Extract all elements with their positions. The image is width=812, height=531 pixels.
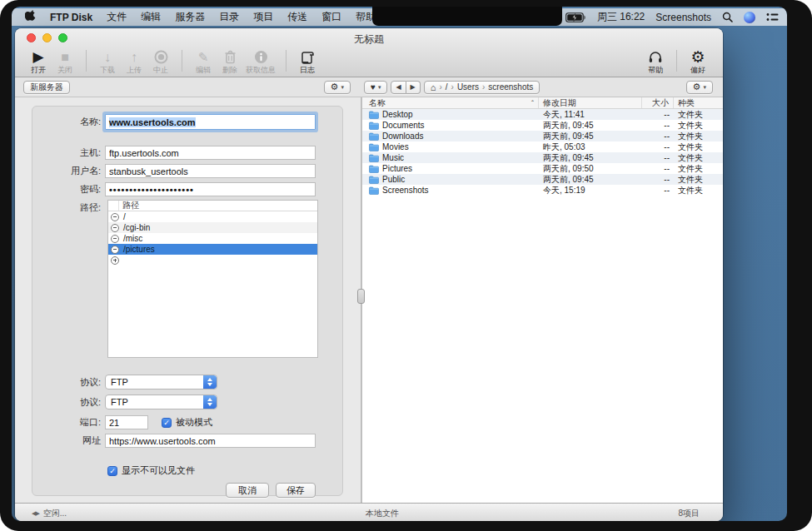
info-icon bbox=[254, 48, 268, 66]
delete-button[interactable]: 删除 bbox=[217, 47, 243, 75]
username-input[interactable] bbox=[105, 164, 316, 178]
menu-item[interactable]: 窗口 bbox=[321, 10, 341, 24]
file-row[interactable]: Screenshots今天, 15:19--文件夹 bbox=[362, 185, 723, 196]
spotlight-search-icon[interactable] bbox=[722, 12, 733, 22]
path-list-rows: //cgi-bin/misc/pictures bbox=[108, 211, 317, 266]
show-invisible-checkbox[interactable]: ✓ bbox=[107, 466, 117, 476]
help-button[interactable]: 帮助 bbox=[642, 47, 669, 75]
name-input[interactable]: www.usertools.com bbox=[105, 114, 316, 130]
column-header-date[interactable]: 修改日期 bbox=[539, 97, 642, 108]
folder-icon bbox=[369, 132, 379, 141]
breadcrumb-users[interactable]: Users bbox=[457, 82, 479, 92]
title-bar[interactable]: 无标题 bbox=[15, 28, 723, 47]
camera-notch bbox=[372, 7, 562, 26]
history-nav-group: ◀ ▶ bbox=[391, 81, 420, 94]
siri-icon[interactable] bbox=[744, 12, 755, 23]
apple-icon bbox=[25, 10, 36, 22]
menubar-app-name[interactable]: FTP Disk bbox=[50, 12, 92, 23]
path-list-header[interactable]: 路径 bbox=[108, 201, 317, 211]
file-date: 两天前, 09:45 bbox=[539, 131, 642, 142]
folder-icon bbox=[369, 111, 379, 119]
close-button[interactable]: ■ 关闭 bbox=[52, 47, 78, 75]
window-title: 无标题 bbox=[15, 32, 723, 47]
file-rows: Desktop今天, 11:41--文件夹Documents两天前, 09:45… bbox=[362, 109, 723, 503]
file-row[interactable]: Desktop今天, 11:41--文件夹 bbox=[362, 109, 723, 120]
protocol-dropdown[interactable]: FTP bbox=[105, 375, 217, 390]
file-row[interactable]: Documents两天前, 09:45--文件夹 bbox=[362, 120, 723, 131]
breadcrumb-root[interactable]: / bbox=[446, 82, 448, 92]
battery-icon[interactable] bbox=[565, 12, 586, 22]
column-header-name[interactable]: 名称 ˆ bbox=[362, 97, 539, 108]
remove-path-icon[interactable] bbox=[111, 235, 119, 243]
protocol2-dropdown[interactable]: FTP bbox=[105, 395, 217, 409]
stepper-arrows-icon bbox=[203, 395, 217, 409]
save-button[interactable]: 保存 bbox=[276, 483, 316, 498]
breadcrumb[interactable]: ⌂ › / › Users › screenshots bbox=[424, 81, 541, 94]
server-action-menu-button[interactable]: ⚙ ▾ bbox=[324, 81, 351, 94]
file-row[interactable]: Downloads两天前, 09:45--文件夹 bbox=[362, 131, 723, 141]
log-button[interactable]: 日志 bbox=[294, 47, 321, 75]
path-list: 路径 //cgi-bin/misc/pictures bbox=[107, 200, 318, 358]
remove-path-icon[interactable] bbox=[111, 213, 119, 221]
column-header-size[interactable]: 大小 bbox=[642, 97, 674, 108]
name-value: www.usertools.com bbox=[109, 117, 196, 127]
file-date: 今天, 15:19 bbox=[539, 185, 642, 196]
favorites-menu-button[interactable]: ♥ ▾ bbox=[364, 81, 387, 94]
add-path-icon[interactable] bbox=[111, 256, 119, 265]
path-row[interactable]: / bbox=[108, 211, 317, 222]
play-icon: ▶ bbox=[32, 48, 43, 66]
menu-item[interactable]: 服务器 bbox=[175, 10, 205, 24]
cancel-button[interactable]: 取消 bbox=[226, 483, 269, 498]
file-kind: 文件夹 bbox=[674, 163, 723, 175]
window-chrome: 无标题 ▶ 打开 ■ 关闭 ↓ 下载 bbox=[15, 28, 723, 77]
preferences-button[interactable]: ⚙ 偏好 bbox=[685, 47, 711, 75]
file-row[interactable]: Music两天前, 09:45--文件夹 bbox=[362, 152, 723, 163]
breadcrumb-folder[interactable]: screenshots bbox=[488, 82, 533, 92]
host-input[interactable] bbox=[105, 146, 316, 160]
back-button[interactable]: ◀ bbox=[391, 81, 406, 94]
remove-path-icon[interactable] bbox=[111, 246, 119, 254]
file-row[interactable]: Movies昨天, 05:03--文件夹 bbox=[362, 141, 723, 152]
path-row[interactable]: /cgi-bin bbox=[108, 222, 317, 233]
file-row[interactable]: Pictures两天前, 09:50--文件夹 bbox=[362, 163, 723, 174]
folder-icon bbox=[369, 176, 379, 184]
remove-path-icon[interactable] bbox=[111, 224, 119, 232]
menubar-clock[interactable]: 周三 16:22 bbox=[597, 10, 645, 24]
column-header-kind[interactable]: 种类 bbox=[674, 97, 723, 108]
path-row[interactable]: /pictures bbox=[108, 244, 317, 255]
menu-item[interactable]: 文件 bbox=[107, 10, 127, 24]
splitter-handle[interactable] bbox=[357, 289, 365, 304]
menu-item[interactable]: 项目 bbox=[253, 10, 273, 24]
file-size: -- bbox=[642, 153, 674, 162]
get-info-button[interactable]: 获取信息 bbox=[243, 47, 278, 75]
chevron-icon: › bbox=[451, 82, 454, 92]
log-scroll-icon bbox=[300, 48, 315, 66]
url-input[interactable] bbox=[105, 434, 316, 448]
control-center-icon[interactable] bbox=[766, 12, 779, 22]
passive-mode-checkbox[interactable]: ✓ bbox=[162, 418, 172, 428]
path-row[interactable]: /misc bbox=[108, 233, 317, 244]
device-frame: FTP Disk 文件编辑服务器目录项目传送窗口帮助 周三 16:22 Scre… bbox=[0, 0, 812, 531]
menubar-screenshots[interactable]: Screenshots bbox=[655, 12, 711, 23]
file-size: -- bbox=[642, 121, 674, 130]
apple-menu[interactable] bbox=[25, 10, 36, 25]
upload-button[interactable]: ↑ 上传 bbox=[121, 47, 147, 75]
menu-item[interactable]: 目录 bbox=[219, 10, 239, 24]
forward-button[interactable]: ▶ bbox=[406, 81, 421, 94]
port-row: 端口: ✓ 被动模式 bbox=[32, 415, 342, 429]
new-server-button[interactable]: 新服务器 bbox=[23, 81, 70, 94]
edit-pencil-icon: ✎ bbox=[198, 48, 209, 66]
menu-item[interactable]: 传送 bbox=[287, 10, 307, 24]
file-size: -- bbox=[642, 175, 674, 184]
menu-item[interactable]: 编辑 bbox=[141, 10, 161, 24]
file-name: Music bbox=[362, 153, 539, 162]
file-row[interactable]: Public两天前, 09:45--文件夹 bbox=[362, 174, 723, 185]
open-button[interactable]: ▶ 打开 bbox=[25, 47, 52, 75]
download-button[interactable]: ↓ 下载 bbox=[94, 47, 121, 75]
panel-divider[interactable] bbox=[361, 97, 362, 503]
abort-button[interactable]: 中止 bbox=[147, 47, 174, 75]
port-input[interactable] bbox=[105, 415, 148, 429]
edit-button[interactable]: ✎ 编辑 bbox=[190, 47, 217, 75]
password-input[interactable] bbox=[105, 182, 316, 196]
browser-action-menu-button[interactable]: ⚙ ▾ bbox=[686, 81, 713, 94]
